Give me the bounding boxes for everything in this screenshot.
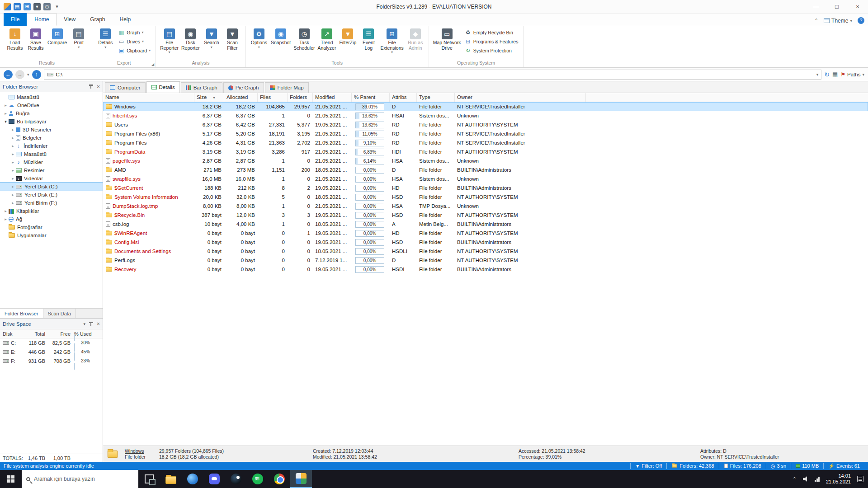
column-header-folders[interactable]: Folders <box>288 93 313 102</box>
map-network-drive-button[interactable]: Map Network Drive <box>432 28 462 52</box>
column-header-modified[interactable]: Modified <box>313 93 352 102</box>
table-row[interactable]: Config.Msi0 bayt0 bayt0019.05.2021 ...0,… <box>103 238 868 247</box>
details-button[interactable]: Details▾ <box>95 28 116 50</box>
tab-pie-graph[interactable]: Pie Graph <box>223 82 264 93</box>
volume-icon[interactable] <box>803 476 808 482</box>
expand-arrow-icon[interactable]: ▸ <box>10 152 16 156</box>
table-row[interactable]: System Volume Information20,0 KB32,0 KB5… <box>103 192 868 202</box>
app-icon[interactable] <box>4 3 11 10</box>
expand-arrow-icon[interactable]: ▸ <box>10 144 16 148</box>
graph-button[interactable]: Graph▾ <box>117 28 152 36</box>
expand-arrow-icon[interactable]: ▸ <box>3 111 9 116</box>
tab-details[interactable]: Details <box>146 81 180 93</box>
chevron-down-icon[interactable]: ▾ <box>83 322 85 326</box>
history-dropdown-icon[interactable]: ▾ <box>27 72 29 77</box>
file-reporter-button[interactable]: File Reporter▾ <box>159 28 180 55</box>
drive-col-disk[interactable]: Disk <box>0 331 21 337</box>
theme-button[interactable]: Theme ▾ <box>824 18 852 24</box>
column-header-files[interactable]: Files <box>258 93 288 102</box>
path-input[interactable]: C:\ ▾ <box>44 70 822 80</box>
system-protection-button[interactable]: System Protection <box>463 47 520 54</box>
help-icon[interactable]: ? <box>858 17 864 24</box>
expand-arrow-icon[interactable]: ▸ <box>3 217 9 221</box>
column-header-name[interactable]: Name <box>103 93 194 102</box>
expand-arrow-icon[interactable]: ▸ <box>10 192 16 197</box>
drive-row[interactable]: F:931 GB708 GB23% <box>0 357 103 366</box>
menu-tab-view[interactable]: View <box>57 13 83 26</box>
tree-item-masa-st[interactable]: Masaüstü <box>0 93 103 101</box>
scan-options-icon[interactable]: ▦ <box>832 71 838 78</box>
tree-item-uygulamalar[interactable]: Uygulamalar <box>0 231 103 239</box>
tree-item-yerel-disk-e[interactable]: ▸Yerel Disk (E:) <box>0 191 103 199</box>
table-row[interactable]: hiberfil.sys6,37 GB6,37 GB1021.05.2021 .… <box>103 111 868 120</box>
expand-arrow-icon[interactable]: ▸ <box>10 127 16 132</box>
refresh-icon[interactable]: ↻ <box>824 71 830 78</box>
chrome-taskbar-button[interactable] <box>269 470 290 488</box>
expand-arrow-icon[interactable]: ▸ <box>10 160 16 164</box>
expand-arrow-icon[interactable]: ▸ <box>3 103 9 108</box>
file-explorer-taskbar-button[interactable] <box>160 470 182 488</box>
snapshot-button[interactable]: Snapshot <box>269 28 292 47</box>
menu-tab-graph[interactable]: Graph <box>83 13 112 26</box>
dialog-launcher-icon[interactable]: ◢ <box>151 62 154 66</box>
table-row[interactable]: ProgramData3,19 GB3,19 GB3,28691721.05.2… <box>103 147 868 156</box>
disk-reporter-button[interactable]: Disk Reporter <box>180 28 201 52</box>
column-header-attribs[interactable]: Attribs <box>390 93 417 102</box>
column-header-type[interactable]: Type <box>417 93 455 102</box>
taskbar-search[interactable] <box>22 470 138 488</box>
close-panel-icon[interactable]: × <box>97 84 100 90</box>
up-button[interactable]: ↑ <box>32 70 41 79</box>
minimize-button[interactable]: — <box>806 0 826 14</box>
table-row[interactable]: Program Files4,26 GB4,31 GB21,3632,70221… <box>103 138 868 147</box>
load-results-button[interactable]: Load Results <box>5 28 25 52</box>
tree-item-i-ndirilenler[interactable]: ▸İndirilenler <box>0 142 103 150</box>
tree-item-bu-bilgisayar[interactable]: ▾Bu bilgisayar <box>0 117 103 126</box>
table-row[interactable]: $WinREAgent0 bayt0 bayt0119.05.2021 ...0… <box>103 229 868 238</box>
column-header-parent[interactable]: % Parent <box>352 93 390 102</box>
menu-tab-file[interactable]: File <box>4 13 27 26</box>
scan-filter-button[interactable]: Scan Filter <box>222 28 243 52</box>
task-scheduler-button[interactable]: Task Scheduler <box>292 28 316 52</box>
steam-taskbar-button[interactable] <box>225 470 247 488</box>
table-row[interactable]: AMD271 MB273 MB1,15120018.05.2021 ...0,0… <box>103 165 868 174</box>
search-button[interactable]: Search▾ <box>201 28 222 50</box>
taskbar-clock[interactable]: 14:01 21.05.2021 <box>826 473 851 485</box>
tree-item-m-zikler[interactable]: ▸Müzikler <box>0 158 103 166</box>
tray-chevron-up-icon[interactable]: ⌃ <box>793 476 797 482</box>
expand-arrow-icon[interactable]: ▸ <box>10 136 16 140</box>
network-icon[interactable] <box>815 477 820 482</box>
table-row[interactable]: csb.log10 bayt4,00 KB1018.05.2021 ...0,0… <box>103 220 868 229</box>
expand-arrow-icon[interactable]: ▾ <box>3 119 9 124</box>
table-row[interactable]: PerfLogs0 bayt0 bayt007.12.2019 1...0,00… <box>103 256 868 265</box>
print-button[interactable]: Print▾ <box>68 28 89 50</box>
forward-button[interactable]: → <box>15 70 24 79</box>
options-button[interactable]: Options▾ <box>249 28 269 50</box>
trend-analyzer-button[interactable]: Trend Analyzer <box>316 28 338 52</box>
pin-icon[interactable] <box>89 322 93 326</box>
column-header-size[interactable]: Size▾ <box>194 93 224 102</box>
drive-col-total[interactable]: Total <box>21 331 47 337</box>
table-row[interactable]: pagefile.sys2,87 GB2,87 GB1021.05.2021 .… <box>103 156 868 165</box>
filterzip-button[interactable]: FilterZip <box>337 28 358 47</box>
foldersizes-taskbar-button[interactable] <box>290 470 312 488</box>
edge-taskbar-button[interactable] <box>182 470 203 488</box>
expand-arrow-icon[interactable]: ▸ <box>10 168 16 173</box>
maximize-button[interactable]: □ <box>826 0 847 14</box>
tree-item-a[interactable]: ▸Ağ <box>0 215 103 223</box>
programs-features-button[interactable]: Programs & Features <box>463 38 520 45</box>
pin-icon[interactable] <box>89 84 93 89</box>
tree-item-yeni-birim-f[interactable]: ▸Yeni Birim (F:) <box>0 199 103 207</box>
table-row[interactable]: Documents and Settings0 bayt0 bayt0018.0… <box>103 247 868 256</box>
customize-icon[interactable] <box>53 3 61 10</box>
table-row[interactable]: swapfile.sys16,0 MB16,0 MB1021.05.2021 .… <box>103 174 868 183</box>
table-row[interactable]: Windows18,2 GB18,2 GB104,86529,95721.05.… <box>103 102 868 111</box>
tree-item-bu-ra[interactable]: ▸Buğra <box>0 109 103 117</box>
collapse-ribbon-icon[interactable]: ⌃ <box>814 18 818 23</box>
expand-arrow-icon[interactable]: ▸ <box>3 209 9 213</box>
expand-arrow-icon[interactable]: ▸ <box>10 201 16 205</box>
tree-item-belgeler[interactable]: ▸Belgeler <box>0 134 103 142</box>
filter-icon[interactable] <box>33 3 41 10</box>
table-row[interactable]: Recovery0 bayt0 bayt0019.05.2021 ...0,00… <box>103 265 868 274</box>
details-icon[interactable] <box>14 3 21 10</box>
menu-tab-home[interactable]: Home <box>27 13 57 26</box>
